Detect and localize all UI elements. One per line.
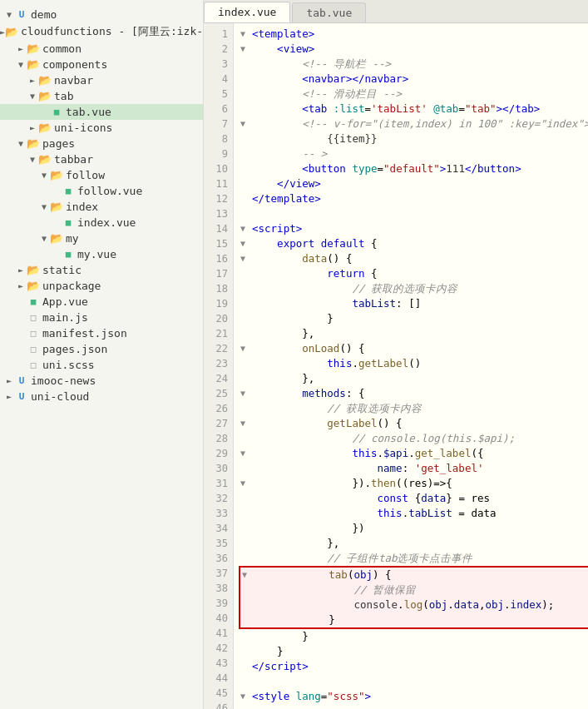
tree-arrow[interactable]: ▼ [15,60,27,69]
tree-item-navbar[interactable]: ►📂navbar [0,72,203,88]
tree-item-tab[interactable]: ▼📂tab [0,88,203,104]
fold-icon[interactable]: ▼ [242,568,254,583]
code-line: // 获取的选项卡内容 [240,281,588,296]
tree-item-imooc-news[interactable]: ►Uimooc-news [0,373,203,389]
fold-icon[interactable]: ▼ [240,689,252,704]
tree-item-components[interactable]: ▼📂components [0,57,203,72]
tree-item-uni.scss[interactable]: □uni.scss [0,357,203,373]
line-number: 11 [209,176,228,191]
tree-item-follow[interactable]: ▼📂follow [0,167,203,183]
tree-item-tabbar[interactable]: ▼📂tabbar [0,151,203,167]
line-number: 35 [209,536,228,551]
tree-item-my[interactable]: ▼📂my [0,231,203,246]
fold-icon[interactable]: ▼ [240,251,252,266]
fold-icon[interactable]: ▼ [240,341,252,356]
tree-arrow[interactable]: ▼ [27,92,38,101]
code-line: ▼ export default { [240,236,588,251]
tree-item-cloudfunctions[interactable]: ►📂cloudfunctions - [阿里云:izk-d [0,22,203,41]
line-number: 44 [209,671,228,686]
code-text: <script> [252,221,588,236]
file-icon: ■ [62,249,75,260]
tree-label: manifest.json [42,327,127,340]
code-line: }) [240,521,588,536]
tab-index-vue[interactable]: index.vue [204,2,290,22]
tree-arrow[interactable]: ► [15,44,27,53]
fold-icon[interactable]: ▼ [240,446,252,461]
tab-tab-vue[interactable]: tab.vue [292,2,366,22]
fold-icon[interactable]: ▼ [240,117,252,131]
tree-arrow[interactable]: ▼ [38,234,50,243]
tree-item-follow.vue[interactable]: ■follow.vue [0,183,203,199]
fold-icon[interactable]: ▼ [240,221,252,236]
folder-icon: 📂 [27,280,40,292]
folder-icon: 📂 [38,90,52,102]
tree-arrow[interactable]: ▼ [38,202,50,211]
folder-icon: 📂 [50,232,63,245]
line-number: 30 [209,461,228,476]
tree-item-uni-cloud[interactable]: ►Uuni-cloud [0,389,203,404]
line-number: 28 [209,431,228,446]
tree-arrow[interactable]: ► [27,123,38,132]
code-line: return { [240,266,588,281]
code-line: tabList: [] [240,296,588,311]
tree-arrow[interactable]: ► [15,265,27,275]
code-line: // 获取选项卡内容 [240,401,588,416]
tree-label: tab [54,90,73,102]
tree-item-index.vue[interactable]: ■index.vue [0,215,203,231]
code-line: }, [240,326,588,341]
line-number: 5 [209,87,228,102]
tree-label: demo [31,8,57,21]
code-text: <tab :list='tabList' @tab="tab"></tab> [252,102,588,117]
tree-item-static[interactable]: ►📂static [0,262,203,278]
line-number: 24 [209,371,228,386]
tree-item-pages[interactable]: ▼📂pages [0,136,203,151]
tree-label: tab.vue [66,106,111,118]
fold-icon[interactable]: ▼ [240,236,252,251]
tree-item-manifest.json[interactable]: □manifest.json [0,325,203,341]
code-text: tab(obj) { [254,568,588,583]
tree-label: follow.vue [77,185,142,197]
tree-item-common[interactable]: ►📂common [0,41,203,57]
tree-arrow[interactable]: ▼ [38,171,50,180]
file-icon: ■ [27,296,40,307]
tree-item-demo[interactable]: ▼Udemo [0,7,203,22]
code-line: ▼ onLoad() { [240,341,588,356]
tree-item-tab.vue[interactable]: ■tab.vue [0,104,203,120]
code-line: ▼ methods: { [240,386,588,401]
file-tree[interactable]: ▼Udemo►📂cloudfunctions - [阿里云:izk-d►📂com… [0,0,204,709]
tree-arrow[interactable]: ► [3,376,15,385]
tree-arrow[interactable]: ▼ [27,155,38,164]
code-editor: index.vue tab.vue 1234567891011121314151… [204,0,588,709]
tree-label: my.vue [77,248,116,260]
line-numbers: 1234567891011121314151617181920212223242… [204,23,234,709]
tree-arrow[interactable]: ▼ [15,139,27,148]
tree-arrow[interactable]: ▼ [3,10,15,19]
tree-item-uni-icons[interactable]: ►📂uni-icons [0,120,203,136]
code-line: ▼<style lang="scss"> [240,689,588,704]
tree-arrow[interactable]: ► [3,392,15,401]
tree-item-App.vue[interactable]: ■App.vue [0,294,203,310]
line-number: 21 [209,326,228,341]
fold-icon[interactable]: ▼ [240,42,252,57]
fold-icon[interactable]: ▼ [240,27,252,42]
code-text: // 获取选项卡内容 [252,401,588,416]
tree-item-pages.json[interactable]: □pages.json [0,341,203,357]
code-area: 1234567891011121314151617181920212223242… [204,23,588,709]
fold-icon[interactable]: ▼ [240,416,252,431]
editor-tabs[interactable]: index.vue tab.vue [204,0,588,23]
tree-item-unpackage[interactable]: ►📂unpackage [0,278,203,294]
tree-item-main.js[interactable]: □main.js [0,310,203,325]
fold-icon[interactable]: ▼ [240,476,252,491]
code-line: <button type="default">111</button> [240,161,588,176]
fold-icon[interactable]: ▼ [240,386,252,401]
code-content: ▼<template>▼ <view> <!-- 导航栏 --> <navbar… [234,23,588,709]
tree-arrow[interactable]: ► [27,76,38,85]
code-line: // 子组件tab选项卡点击事件 [240,551,588,566]
tree-item-index[interactable]: ▼📂index [0,199,203,215]
code-text: } [252,629,588,644]
code-text: console.log(obj.data,obj.index); [254,597,588,612]
tree-label: index [66,201,98,213]
tree-arrow[interactable]: ► [15,281,27,290]
tree-item-my.vue[interactable]: ■my.vue [0,246,203,262]
tree-label: pages.json [42,343,107,355]
